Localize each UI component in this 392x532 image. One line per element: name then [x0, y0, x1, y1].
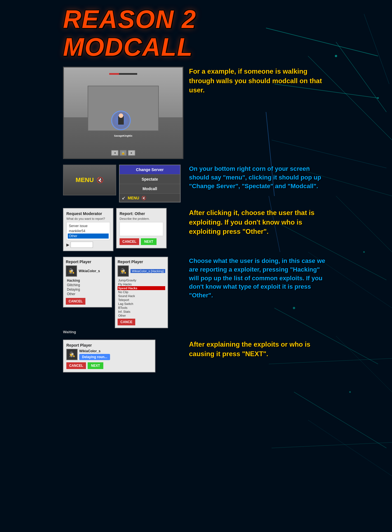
option-delaying[interactable]: Delaying [67, 287, 109, 292]
section-1: SavageKingNix ◄ 🔒 ► For a example, if so… [63, 67, 329, 159]
hack-speed[interactable]: Speed Hacks [118, 286, 165, 290]
option-other[interactable]: Other [67, 292, 109, 296]
menu-button-box: MENU 🔇 [63, 165, 116, 195]
list-item-other[interactable]: Other [68, 234, 109, 239]
nav-lock-btn[interactable]: 🔒 [120, 150, 127, 156]
right-column-4: Choose what the user is doing, in this c… [189, 257, 329, 300]
nav-right-btn[interactable]: ► [128, 150, 135, 156]
right-column-1: For a example, if someone is walking thr… [189, 67, 329, 95]
svg-line-1 [336, 42, 386, 112]
section-2: MENU 🔇 Change Server Spectate Modcall ↙ … [63, 165, 329, 202]
hack-infstats[interactable]: Inf. Stats [118, 310, 165, 314]
cancel-button-5[interactable]: CANCEL [66, 362, 86, 369]
section-4-text: Choose what the user is doing, in this c… [189, 257, 329, 300]
report-player-bottom: Report Player 🕵️ WikiaColor_s Delaying r… [63, 340, 155, 372]
cancel-button-3[interactable]: CANCEL [120, 238, 139, 245]
cancel-button-4b[interactable]: CANCE [118, 319, 135, 325]
menu-bottom-label: MENU [128, 196, 139, 200]
report-player-title-2: Report Player [118, 260, 165, 264]
report-options-1: Hacking Glitching Delaying Other [66, 278, 109, 296]
menu-section-left: MENU 🔇 Change Server Spectate Modcall ↙ … [63, 165, 183, 202]
player-avatar-3: 🕵️ [66, 349, 78, 360]
player-name-3: WikiaColor_s [79, 349, 110, 353]
report-other-describe: Describe the problem. [120, 217, 163, 220]
report-hacking-box: Report Player 🕵️ WikiaColor_s [Hacking] … [115, 257, 168, 328]
option-hacking[interactable]: Hacking [67, 278, 109, 283]
section-3-text: After clicking it, choose the user that … [189, 208, 329, 236]
svg-line-12 [294, 392, 386, 448]
report-player-title-1: Report Player [66, 260, 109, 264]
page-title: REASON 2 MODCALL [63, 6, 329, 61]
option-glitching[interactable]: Glitching [67, 283, 109, 287]
report-other-input[interactable] [120, 222, 163, 236]
section-3-left: Request Moderator What do you want to re… [63, 208, 183, 251]
section-5-text: After explaining the exploits or who is … [189, 340, 329, 358]
player-info-1: 🕵️ WikiaColor_s [66, 265, 109, 277]
svg-point-23 [349, 391, 351, 393]
cursor-icon: ↙ [122, 195, 125, 200]
svg-line-2 [364, 14, 389, 84]
section-2-text: On your bottom right corn of your screen… [189, 165, 329, 190]
svg-line-17 [272, 442, 392, 448]
nav-left-btn[interactable]: ◄ [111, 150, 118, 156]
section-3: Request Moderator What do you want to re… [63, 208, 329, 251]
request-moderator-dialog: Request Moderator What do you want to re… [63, 208, 113, 251]
hack-noclip[interactable]: No Clip [118, 290, 165, 294]
player-name-label: SavageKingNix [114, 134, 132, 137]
modcall-button[interactable]: Modcall [120, 184, 180, 193]
dialog-title: Request Moderator [66, 211, 110, 216]
player-name-tag: WikiaColor_s [Hacking] [130, 269, 165, 273]
svg-line-7 [336, 196, 392, 252]
dialogs-row-1: Request Moderator What do you want to re… [63, 208, 183, 251]
menu-container: MENU 🔇 Change Server Spectate Modcall ↙ … [63, 165, 183, 202]
hack-jump[interactable]: Jump/Gravity [118, 278, 165, 282]
dialog-actions-5: CANCEL NEXT [66, 362, 152, 369]
hack-lagswitch[interactable]: Lag Switch [118, 302, 165, 306]
hack-btools[interactable]: BTools [118, 306, 165, 310]
next-button-3[interactable]: NEXT [141, 238, 157, 245]
menu-popup: Change Server Spectate Modcall ↙ MENU 🔇 [119, 165, 181, 202]
list-item-server[interactable]: Server issue [68, 223, 109, 228]
text-input-placeholder[interactable] [71, 242, 93, 248]
speaker-icon-bottom: 🔇 [141, 196, 146, 200]
waiting-text: Waiting [63, 330, 183, 334]
section-4-left: Report Player 🕵️ WikiaColor_s Hacking Gl… [63, 257, 183, 334]
section-4: Report Player 🕵️ WikiaColor_s Hacking Gl… [63, 257, 329, 334]
report-options-list: Server issue mankiler54 Other [66, 222, 110, 240]
svg-point-21 [363, 251, 365, 253]
report-player-title-3: Report Player [66, 343, 152, 347]
player-info-2: 🕵️ WikiaColor_s [Hacking] [118, 265, 165, 277]
player-name-1: WikiaColor_s [79, 269, 100, 273]
section-5-left: Report Player 🕵️ WikiaColor_s Delaying r… [63, 340, 183, 372]
section-5: Report Player 🕵️ WikiaColor_s Delaying r… [63, 340, 329, 372]
hack-fly[interactable]: Fly Hacks [118, 282, 165, 286]
player-avatar-2: 🕵️ [118, 265, 129, 277]
spectate-button[interactable]: Spectate [120, 175, 180, 184]
cancel-button-4a[interactable]: CANCEL [66, 298, 85, 305]
svg-line-11 [336, 336, 392, 392]
cursor-icon-3: ▶ [66, 242, 69, 247]
list-item-mankiler[interactable]: mankiler54 [68, 228, 109, 234]
right-column-5: After explaining the exploits or who is … [189, 340, 329, 358]
section-1-text: For a example, if someone is walking thr… [189, 67, 329, 95]
dialog-actions: CANCEL NEXT [120, 238, 163, 245]
hack-options-list: Jump/Gravity Fly Hacks Speed Hacks No Cl… [118, 278, 165, 318]
hack-sound[interactable]: Sound Hack [118, 294, 165, 298]
menu-label: MENU [76, 176, 94, 184]
player-reports-row: Report Player 🕵️ WikiaColor_s Hacking Gl… [63, 257, 183, 328]
svg-line-13 [308, 420, 392, 476]
next-button-5[interactable]: NEXT [88, 362, 103, 369]
hack-teleport[interactable]: Teleport [118, 298, 165, 302]
svg-point-19 [377, 97, 379, 99]
change-server-button[interactable]: Change Server [120, 165, 180, 174]
svg-point-18 [335, 55, 337, 57]
right-column-2: On your bottom right corn of your screen… [189, 165, 329, 190]
report-other-dialog: Report: Other Describe the problem. CANC… [116, 208, 167, 248]
player-info-3: 🕵️ WikiaColor_s Delaying roun... [66, 349, 152, 360]
delaying-badge: Delaying roun... [79, 354, 110, 360]
hack-other[interactable]: Other [118, 314, 165, 318]
game-screenshot-panel: SavageKingNix ◄ 🔒 ► [63, 67, 183, 159]
report-player-box-1: Report Player 🕵️ WikiaColor_s Hacking Gl… [63, 257, 112, 307]
left-column-1: SavageKingNix ◄ 🔒 ► [63, 67, 183, 159]
player-avatar-1: 🕵️ [66, 265, 77, 277]
